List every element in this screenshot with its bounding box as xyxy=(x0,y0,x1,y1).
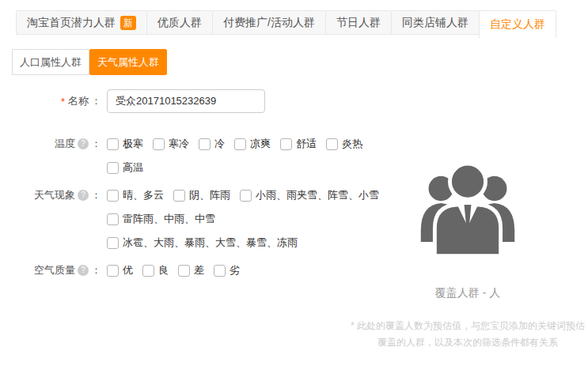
coverage-count-label: 覆盖人群 - 人 xyxy=(348,286,587,300)
name-label-colon: ： xyxy=(91,94,101,108)
tab-label: 节日人群 xyxy=(336,16,381,30)
checkbox-label: 舒适 xyxy=(296,137,317,151)
checkbox-冰雹、大雨、暴雨、大雪、暴雪、冻雨[interactable]: 冰雹、大雨、暴雨、大雪、暴雪、冻雨 xyxy=(107,236,298,250)
tab-label: 付费推广/活动人群 xyxy=(223,16,315,30)
checkbox-box[interactable] xyxy=(173,190,185,202)
coverage-panel: 覆盖人群 - 人 * 此处的覆盖人数为预估值，与您宝贝添加的关键词预估覆盖的人群… xyxy=(348,157,587,351)
checkbox-阴、阵雨[interactable]: 阴、阵雨 xyxy=(173,188,230,202)
form-row-weather-phenomena: 天气现象?：晴、多云阴、阵雨小雨、雨夹雪、阵雪、小雪雷阵雨、中雨、中雪冰雹、大雨… xyxy=(0,183,378,255)
tab-2[interactable]: 付费推广/活动人群 xyxy=(212,10,326,35)
checkbox-box[interactable] xyxy=(199,138,211,150)
weather-phenomena-label-colon: ： xyxy=(91,188,101,202)
checkbox-label: 阴、阵雨 xyxy=(189,188,230,202)
checkbox-凉爽[interactable]: 凉爽 xyxy=(234,137,271,151)
form-row-air-quality: 空气质量?：优良差劣 xyxy=(0,258,378,282)
checkbox-label: 晴、多云 xyxy=(123,188,164,202)
air-quality-line-0: 优良差劣 xyxy=(107,258,249,282)
temperature-line-0: 极寒寒冷冷凉爽舒适炎热 xyxy=(107,132,372,156)
checkbox-label: 凉爽 xyxy=(250,137,271,151)
tab-label: 优质人群 xyxy=(157,16,202,30)
checkbox-box[interactable] xyxy=(142,265,154,277)
checkbox-差[interactable]: 差 xyxy=(178,263,204,277)
checkbox-label: 劣 xyxy=(230,263,240,277)
tab-3[interactable]: 节日人群 xyxy=(325,10,392,35)
help-icon[interactable]: ? xyxy=(78,265,89,276)
checkbox-优[interactable]: 优 xyxy=(107,263,133,277)
new-badge: 新 xyxy=(120,16,136,30)
checkbox-box[interactable] xyxy=(107,213,119,225)
checkbox-label: 差 xyxy=(194,263,204,277)
form-label-temperature: 温度?： xyxy=(0,132,101,156)
air-quality-label-colon: ： xyxy=(91,263,101,277)
name-field-label: * 名称 ： xyxy=(0,89,101,113)
tab-label: 淘宝首页潜力人群 xyxy=(27,16,116,30)
checkbox-寒冷[interactable]: 寒冷 xyxy=(153,137,189,151)
name-input[interactable] xyxy=(107,89,265,113)
air-quality-options: 优良差劣 xyxy=(107,258,249,282)
subtab-label: 天气属性人群 xyxy=(97,55,159,70)
temperature-line-1: 高温 xyxy=(107,156,372,179)
weather-phenomena-line-0: 晴、多云阴、阵雨小雨、雨夹雪、阵雪、小雪 xyxy=(107,183,389,207)
checkbox-label: 冰雹、大雨、暴雨、大雪、暴雪、冻雨 xyxy=(123,236,298,250)
name-field-control xyxy=(107,89,265,113)
checkbox-label: 冷 xyxy=(214,137,225,151)
weather-phenomena-line-2: 冰雹、大雨、暴雨、大雪、暴雪、冻雨 xyxy=(107,231,389,255)
checkbox-box[interactable] xyxy=(280,138,292,150)
subtab-1[interactable]: 天气属性人群 xyxy=(89,49,167,75)
checkbox-box[interactable] xyxy=(107,265,119,277)
checkbox-劣[interactable]: 劣 xyxy=(214,263,240,277)
name-label-text: 名称 xyxy=(68,94,89,108)
checkbox-雷阵雨、中雨、中雪[interactable]: 雷阵雨、中雨、中雪 xyxy=(107,212,215,226)
tab-bar: 淘宝首页潜力人群新优质人群付费推广/活动人群节日人群同类店铺人群自定义人群 xyxy=(16,10,556,38)
help-icon[interactable]: ? xyxy=(78,138,89,149)
tab-label: 同类店铺人群 xyxy=(402,16,469,30)
checkbox-box[interactable] xyxy=(107,162,119,174)
tab-4[interactable]: 同类店铺人群 xyxy=(391,10,480,35)
checkbox-box[interactable] xyxy=(107,190,119,202)
help-icon[interactable]: ? xyxy=(78,190,89,201)
temperature-options: 极寒寒冷冷凉爽舒适炎热高温 xyxy=(107,132,372,179)
checkbox-box[interactable] xyxy=(178,265,190,277)
name-field-row: * 名称 ： xyxy=(0,89,378,113)
required-asterisk: * xyxy=(61,96,65,108)
air-quality-label-text: 空气质量 xyxy=(34,263,75,277)
checkbox-极寒[interactable]: 极寒 xyxy=(107,137,143,151)
checkbox-label: 优 xyxy=(123,263,133,277)
checkbox-冷[interactable]: 冷 xyxy=(199,137,225,151)
checkbox-label: 炎热 xyxy=(342,137,362,151)
temperature-label-text: 温度 xyxy=(55,137,75,151)
checkbox-box[interactable] xyxy=(107,138,119,150)
checkbox-label: 寒冷 xyxy=(169,137,189,151)
weather-phenomena-options: 晴、多云阴、阵雨小雨、雨夹雪、阵雪、小雪雷阵雨、中雨、中雪冰雹、大雨、暴雨、大雪… xyxy=(107,183,389,255)
checkbox-炎热[interactable]: 炎热 xyxy=(326,137,362,151)
checkbox-box[interactable] xyxy=(326,138,338,150)
checkbox-groups: 温度?：极寒寒冷冷凉爽舒适炎热高温天气现象?：晴、多云阴、阵雨小雨、雨夹雪、阵雪… xyxy=(0,132,378,282)
checkbox-晴、多云[interactable]: 晴、多云 xyxy=(107,188,164,202)
estimate-note: * 此处的覆盖人数为预估值，与您宝贝添加的关键词预估覆盖的人群，以及本次的筛选条… xyxy=(350,318,586,351)
checkbox-label: 高温 xyxy=(123,160,143,175)
form-row-temperature: 温度?：极寒寒冷冷凉爽舒适炎热高温 xyxy=(0,132,378,179)
checkbox-label: 良 xyxy=(158,263,169,277)
checkbox-box[interactable] xyxy=(240,190,252,202)
tab-1[interactable]: 优质人群 xyxy=(146,10,213,35)
form-label-air-quality: 空气质量?： xyxy=(0,258,101,282)
people-group-icon xyxy=(412,157,524,256)
tab-label: 自定义人群 xyxy=(490,17,545,32)
subtab-0[interactable]: 人口属性人群 xyxy=(12,49,89,75)
tab-0[interactable]: 淘宝首页潜力人群新 xyxy=(16,10,147,35)
audience-form: * 名称 ： 温度?：极寒寒冷冷凉爽舒适炎热高温天气现象?：晴、多云阴、阵雨小雨… xyxy=(0,89,378,286)
temperature-label-colon: ： xyxy=(91,137,101,151)
checkbox-label: 雷阵雨、中雨、中雪 xyxy=(123,212,215,226)
weather-phenomena-label-text: 天气现象 xyxy=(34,188,75,202)
checkbox-box[interactable] xyxy=(107,237,119,249)
checkbox-高温[interactable]: 高温 xyxy=(107,160,143,175)
checkbox-box[interactable] xyxy=(214,265,226,277)
checkbox-舒适[interactable]: 舒适 xyxy=(280,137,317,151)
subtab-label: 人口属性人群 xyxy=(20,55,82,70)
tab-5[interactable]: 自定义人群 xyxy=(479,10,556,38)
checkbox-box[interactable] xyxy=(234,138,246,150)
weather-phenomena-line-1: 雷阵雨、中雨、中雪 xyxy=(107,207,389,231)
checkbox-box[interactable] xyxy=(153,138,165,150)
subtab-bar: 人口属性人群天气属性人群 xyxy=(12,49,167,75)
checkbox-良[interactable]: 良 xyxy=(142,263,169,277)
